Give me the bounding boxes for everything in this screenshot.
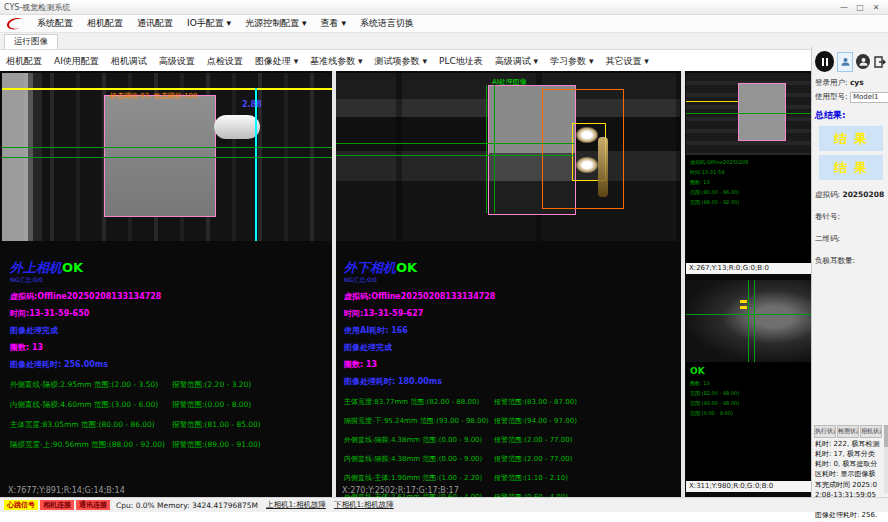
measurement-value: 隔膜宽度-下:95.24mm 范围:(93.00 - 98.00)	[344, 416, 494, 426]
tab-detect-status[interactable]: 检测状态	[837, 425, 859, 438]
menu-item-io-config[interactable]: IO手配置 ▾	[180, 17, 238, 30]
app-window: CYS-视觉检测系统 — □ ✕ 系统配置 相机配置 通讯配置 IO手配置 ▾ …	[0, 0, 888, 522]
reflection-glow	[598, 137, 608, 197]
measurement-row: 外侧直线-隔膜:4.38mm 范围:(0.00 - 9.00)报警范围:(2.0…	[344, 435, 676, 445]
result-ok: OK	[396, 260, 417, 275]
menu-item-camera-config[interactable]: 相机配置	[80, 17, 130, 30]
menu-item-system-config[interactable]: 系统配置	[30, 17, 80, 30]
preview-text-line: 范围:(88.00 - 92.00)	[690, 199, 811, 205]
outer-upper-result-text: 外上相机OK NG汇总:0/0 虚拟码:Offline2025020813313…	[10, 241, 328, 450]
menu-item-view[interactable]: 查看 ▾	[314, 17, 353, 30]
log-scrollbar[interactable]	[884, 425, 888, 493]
user-login-button[interactable]	[837, 52, 853, 72]
tool-other-settings[interactable]: 其它设置 ▾	[600, 55, 655, 68]
elapsed-line: 图像处理耗时: 256.00ms	[10, 359, 328, 370]
user-account-button[interactable]	[856, 54, 870, 69]
cpu-memory-readout: Cpu: 0.0% Memory: 3424.41796875M	[116, 501, 258, 510]
virtual-code-label: 虚拟码:	[815, 190, 840, 199]
tab-highlight	[576, 127, 598, 143]
measure-line-green-vertical	[748, 280, 749, 362]
tool-plc-table[interactable]: PLC地址表	[433, 55, 489, 68]
preview-text-line: 圈数: 13	[690, 380, 811, 386]
roi-rect-pink	[104, 95, 216, 217]
tab-run-image[interactable]: 运行图像	[4, 34, 58, 49]
result-box-1: 结果	[819, 126, 883, 151]
measure-line-green	[336, 155, 574, 156]
tool-advanced-debug[interactable]: 高级调试 ▾	[489, 55, 544, 68]
menu-item-light-config[interactable]: 光源控制配置 ▾	[238, 17, 313, 30]
tool-advanced-settings[interactable]: 高级设置	[153, 55, 201, 68]
process-done-line: 图像处理完成	[344, 342, 676, 353]
barcode-line: 虚拟码:Offline20250208133134728	[10, 291, 328, 302]
preview-column: 虚拟码:Offline20250208 时间:13-31-59 圈数: 13 范…	[686, 73, 811, 497]
menu-item-language-switch[interactable]: 系统语言切换	[353, 17, 421, 30]
barcode-line: 虚拟码:Offline20250208133134728	[344, 291, 676, 302]
right-sidebar: 登录用户: cys 使用型号: Model1 总结果: 结果 结果 虚拟码: 2…	[811, 47, 888, 497]
tool-camera-config[interactable]: 相机配置	[0, 55, 48, 68]
tab-exec-status[interactable]: 执行状态	[814, 425, 836, 438]
tab-count-label: 负极耳数量:	[815, 256, 855, 265]
measure-line-green	[2, 147, 332, 148]
alarm-range: 报警范围:(2.00 - 77.00)	[494, 454, 572, 464]
login-user-value: cys	[850, 78, 864, 87]
measure-line-green-vertical	[494, 85, 495, 213]
outer-lower-camera-panel: AI处理图像 外下相机OK NG汇总:0/0 虚拟码:Offline202502…	[336, 73, 680, 497]
outer-lower-camera-view[interactable]: AI处理图像	[336, 73, 680, 241]
preview-text-line: 圈数: 13	[690, 179, 811, 185]
camera-result-title: 外上相机OK	[10, 259, 328, 277]
measurement-list: 外侧直线-隔膜:2.95mm 范围:(2.00 - 3.50)报警范围:(2.2…	[10, 380, 328, 450]
alarm-range: 报警范围:(81.00 - 85.00)	[172, 420, 261, 430]
cursor-coords-readout: X:270;Y:2502;R:17;G:17;B:17	[342, 486, 459, 495]
virtual-code-row: 虚拟码: 20250208	[815, 190, 887, 200]
user-icon	[841, 57, 850, 66]
outer-upper-camera-view[interactable]: 静态阈值:93, 动态阈值:100 2.88	[2, 73, 332, 241]
inner-upper-camera-preview[interactable]: 虚拟码:Offline20250208 时间:13-31-59 圈数: 13 范…	[686, 73, 811, 274]
measurement-value: 外侧直线-隔膜:2.95mm 范围:(2.00 - 3.50)	[10, 380, 172, 390]
menu-bar: 系统配置 相机配置 通讯配置 IO手配置 ▾ 光源控制配置 ▾ 查看 ▾ 系统语…	[0, 15, 888, 33]
tool-camera-debug[interactable]: 相机调试	[105, 55, 153, 68]
user-icon	[859, 57, 868, 66]
inner-lower-camera-preview[interactable]: OK 圈数: 13 范围:(82.00 - 88.00) 范围:(93.00 -…	[686, 280, 811, 492]
measurement-value: 主体宽度:83.05mm 范围:(80.00 - 86.00)	[10, 420, 172, 430]
result-box-2: 结果	[819, 155, 883, 180]
alarm-range: 报警范围:(94.00 - 97.00)	[494, 416, 577, 426]
alarm-range: 报警范围:(2.20 - 3.20)	[172, 380, 251, 390]
outer-upper-camera-panel: 静态阈值:93, 动态阈值:100 2.88 外上相机OK NG汇总:0/0 虚…	[2, 73, 332, 497]
tool-test-params[interactable]: 测试项参数 ▾	[369, 55, 433, 68]
turns-line: 圈数: 13	[10, 342, 328, 353]
preview-text-line: 范围:(80.00 - 86.00)	[690, 189, 811, 195]
tab-camera-status[interactable]: 相机状态	[860, 425, 882, 438]
tab-count-row: 负极耳数量:	[815, 256, 887, 266]
lower-camera-status-link[interactable]: 下相机1:相机故障	[334, 500, 394, 510]
title-bar: CYS-视觉检测系统 — □ ✕	[0, 0, 888, 15]
measure-line-green	[336, 143, 574, 144]
measurement-value: 主体宽度:83.77mm 范围:(82.00 - 88.00)	[344, 397, 494, 407]
model-input[interactable]: Model1	[850, 92, 888, 103]
elapsed-line: 图像处理耗时: 180.00ms	[344, 376, 676, 387]
pause-button[interactable]	[815, 51, 834, 72]
measure-value-label: 2.88	[242, 100, 262, 109]
measurement-value: 内侧直线-隔膜:4.38mm 范围:(0.00 - 9.00)	[344, 454, 494, 464]
roller-part	[214, 115, 260, 139]
status-tab-strip: 执行状态 检测状态 相机状态	[814, 425, 882, 438]
tool-spot-check[interactable]: 点检设置	[201, 55, 249, 68]
baseline-yellow	[686, 101, 738, 102]
minimize-icon[interactable]: —	[836, 3, 852, 12]
tool-baseline-params[interactable]: 基准线参数 ▾	[304, 55, 368, 68]
tab-strip: 运行图像	[0, 33, 888, 50]
time-line: 时间:13-31-59-627	[344, 308, 676, 319]
tool-ai-config[interactable]: AI使用配置	[48, 55, 105, 68]
ng-summary: NG汇总:0/0	[10, 276, 328, 285]
tool-learn-params[interactable]: 学习参数 ▾	[544, 55, 599, 68]
alarm-range: 报警范围:(2.00 - 77.00)	[494, 435, 572, 445]
menu-item-comm-config[interactable]: 通讯配置	[130, 17, 180, 30]
measurement-row: 内侧直线-隔膜:4.60mm 范围:(3.00 - 6.00)报警范围:(0.0…	[10, 400, 328, 410]
upper-camera-status-link[interactable]: 上相机1:相机故障	[266, 500, 326, 510]
alarm-range: 报警范围:(1.10 - 2.10)	[494, 473, 568, 483]
maximize-icon[interactable]: □	[852, 3, 868, 12]
logout-button[interactable]	[873, 53, 887, 71]
measure-line-green	[2, 157, 332, 158]
tool-image-process[interactable]: 图像处理 ▾	[249, 55, 304, 68]
measure-line-green	[686, 314, 811, 315]
close-icon[interactable]: ✕	[868, 3, 884, 12]
